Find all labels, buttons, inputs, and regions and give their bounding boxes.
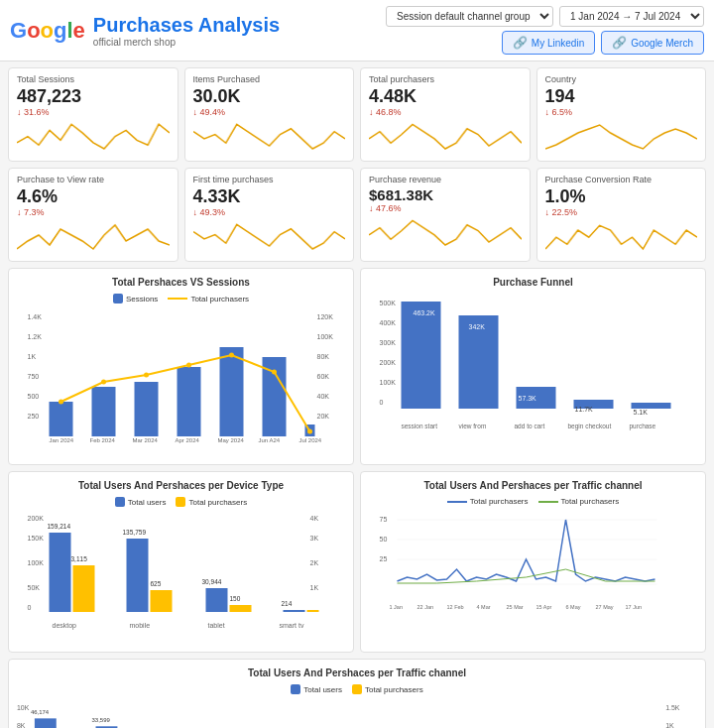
svg-text:500: 500	[28, 393, 40, 400]
card-change: ↓ 6.5%	[545, 107, 698, 117]
legend-purchasers: Total purchasers	[538, 497, 620, 506]
svg-text:120K: 120K	[317, 313, 334, 320]
date-filter[interactable]: 1 Jan 2024 → 7 Jul 2024	[559, 6, 704, 27]
google-icon: 🔗	[612, 36, 627, 50]
sparkline	[545, 221, 698, 251]
svg-text:60K: 60K	[317, 373, 330, 380]
svg-text:25 Mar: 25 Mar	[507, 604, 524, 610]
svg-rect-77	[307, 610, 319, 612]
card-value: 4.6%	[17, 186, 170, 207]
legend-users: Total users	[291, 684, 342, 694]
svg-text:400K: 400K	[380, 319, 397, 326]
card-label: Total purchasers	[369, 74, 522, 84]
chart-legend: Total users Total purchasers	[17, 684, 697, 694]
svg-text:75: 75	[380, 516, 388, 523]
svg-text:view from: view from	[459, 423, 487, 429]
svg-text:150: 150	[230, 595, 241, 602]
legend-sessions-color	[113, 294, 123, 303]
svg-rect-15	[178, 367, 201, 436]
channel-filter[interactable]: Session default channel group	[386, 6, 553, 27]
card-purchase-view-rate: Purchase to View rate 4.6% ↓ 7.3%	[8, 168, 178, 262]
google-merch-button[interactable]: 🔗 Google Merch	[601, 31, 704, 55]
charts-row-1: Total Pershaces VS Sessions Sessions Tot…	[0, 268, 714, 471]
card-label: Country	[545, 74, 698, 84]
card-items-purchased: Items Purchased 30.0K ↓ 49.4%	[184, 67, 355, 162]
svg-point-20	[101, 380, 106, 385]
svg-text:57.3K: 57.3K	[519, 395, 537, 402]
svg-text:8K: 8K	[17, 722, 26, 728]
svg-text:desktop: desktop	[53, 622, 77, 630]
filter-row: Session default channel group 1 Jan 2024…	[386, 6, 704, 27]
card-label: Purchase revenue	[369, 175, 522, 184]
legend-users-color	[447, 501, 467, 503]
card-change: ↓ 49.3%	[193, 207, 346, 217]
svg-text:80K: 80K	[317, 353, 330, 360]
svg-rect-13	[92, 387, 116, 436]
svg-text:3K: 3K	[310, 535, 319, 542]
page-title: Purchases Analysis	[93, 14, 280, 37]
svg-text:Feb 2024: Feb 2024	[90, 437, 116, 443]
card-change: ↓ 22.5%	[545, 207, 698, 217]
card-label: Purchase Conversion Rate	[545, 175, 698, 184]
svg-text:1K: 1K	[665, 722, 674, 728]
svg-text:20K: 20K	[317, 413, 330, 420]
card-label: Items Purchased	[193, 74, 346, 84]
svg-rect-67	[127, 539, 149, 612]
chart-legend: Total users Total purchasers	[17, 497, 345, 507]
legend-users: Total purchasers	[447, 497, 529, 506]
svg-text:smart tv: smart tv	[280, 622, 304, 629]
svg-text:25: 25	[380, 555, 388, 562]
svg-text:Jan 2024: Jan 2024	[50, 437, 74, 443]
svg-text:10K: 10K	[17, 704, 30, 711]
header-left: Google Purchases Analysis official merch…	[10, 14, 280, 48]
traffic-line-chart: Total Users And Pershaces per Traffic ch…	[360, 471, 706, 653]
svg-rect-107	[35, 718, 57, 728]
svg-text:100K: 100K	[380, 379, 397, 386]
legend-purchasers-color	[352, 684, 362, 694]
svg-text:100K: 100K	[317, 333, 334, 340]
svg-rect-14	[135, 382, 159, 436]
linkedin-button[interactable]: 🔗 My Linkedin	[502, 31, 595, 55]
svg-text:4K: 4K	[310, 515, 319, 522]
card-first-time-purchases: First time purchases 4.33K ↓ 49.3%	[184, 168, 355, 262]
sparkline	[193, 121, 346, 151]
device-type-chart: Total Users And Pershaces per Device Typ…	[8, 471, 354, 653]
legend-users-color	[115, 497, 125, 507]
svg-text:1.5K: 1.5K	[665, 704, 680, 711]
card-change: ↓ 47.6%	[369, 203, 522, 213]
svg-rect-63	[50, 533, 71, 612]
svg-point-21	[144, 373, 149, 378]
card-value: 4.48K	[369, 86, 522, 107]
legend-users: Total users	[115, 497, 167, 507]
card-change: ↓ 49.4%	[193, 107, 346, 117]
legend-purchasers: Total purchasers	[168, 294, 249, 303]
card-purchase-conversion: Purchase Conversion Rate 1.0% ↓ 22.5%	[536, 168, 707, 262]
svg-text:0: 0	[380, 399, 384, 406]
svg-point-23	[229, 353, 234, 358]
svg-text:15 Apr: 15 Apr	[536, 604, 552, 610]
svg-text:30,944: 30,944	[202, 578, 222, 585]
svg-text:5.1K: 5.1K	[634, 409, 649, 416]
legend-users-color	[291, 684, 300, 694]
svg-text:300K: 300K	[380, 339, 397, 346]
card-value: 30.0K	[193, 86, 346, 107]
metrics-grid: Total Sessions 487,223 ↓ 31.6% Items Pur…	[0, 61, 714, 268]
sparkline	[17, 221, 170, 251]
legend-purchasers: Total purchasers	[352, 684, 423, 694]
svg-text:33,599: 33,599	[92, 717, 111, 723]
traffic-bar-svg: 10K 8K 6K 4K 2K 0 1.5K 1K 500 46,174 3,1…	[17, 698, 697, 728]
svg-text:200K: 200K	[28, 515, 45, 522]
card-purchase-revenue: Purchase revenue $681.38K ↓ 47.6%	[360, 168, 531, 262]
svg-point-19	[59, 400, 63, 405]
svg-text:250: 250	[28, 413, 40, 420]
page-subtitle: official merch shop	[93, 37, 280, 48]
svg-text:May 2024: May 2024	[218, 437, 245, 443]
svg-text:500K: 500K	[380, 300, 397, 306]
svg-text:46,174: 46,174	[31, 709, 50, 715]
card-value: 487,223	[17, 86, 170, 107]
svg-rect-39	[402, 302, 441, 409]
chart-title: Purchase Funnel	[369, 277, 697, 288]
google-logo: Google	[10, 18, 85, 44]
svg-text:6 May: 6 May	[566, 604, 581, 610]
chart-title: Total Pershaces VS Sessions	[17, 277, 345, 288]
